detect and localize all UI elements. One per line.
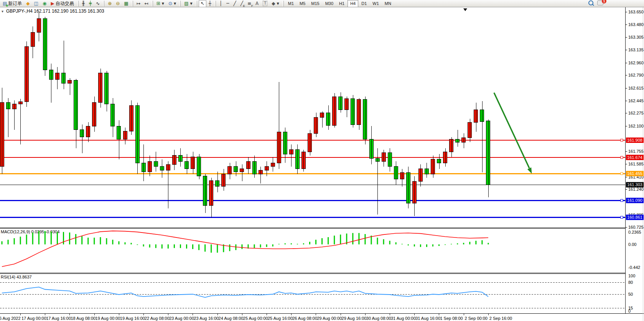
text-label-icon: T xyxy=(263,1,267,6)
channel-button[interactable]: ╱E xyxy=(239,0,245,7)
crosshair-icon: ┼ xyxy=(209,0,211,7)
line-handle[interactable] xyxy=(621,199,623,201)
candlestick-chart-icon: ╪ xyxy=(89,0,92,7)
macd-histogram-bar xyxy=(389,241,390,244)
macd-histogram-bar xyxy=(94,237,95,244)
dropdown-caret-icon[interactable]: ▼ xyxy=(174,2,176,5)
macd-histogram-bar xyxy=(106,238,107,244)
macd-histogram-bar xyxy=(112,240,113,244)
macd-histogram-bar xyxy=(204,244,206,252)
price-chart[interactable]: 163.650163.480163.305163.135162.960162.7… xyxy=(0,7,644,321)
macd-histogram-bar xyxy=(186,244,187,249)
terminal-button[interactable]: ◉ xyxy=(41,0,48,7)
toolbar-separator xyxy=(103,1,104,7)
chart-shift-button[interactable]: ↤ xyxy=(143,0,150,7)
macd-histogram-bar xyxy=(481,240,483,244)
vertical-line-icon: │ xyxy=(219,0,222,7)
zoom-in-button[interactable]: ⊕ xyxy=(106,0,114,7)
timeframe-m5[interactable]: M5 xyxy=(297,0,308,7)
timeframe-m30[interactable]: M30 xyxy=(323,0,336,7)
time-axis-label: 1 Sep 08:00 xyxy=(440,316,463,321)
macd-histogram-bar xyxy=(57,232,58,244)
chart-context-icon[interactable]: ▾ xyxy=(2,9,3,13)
period-icon: ⊙ xyxy=(168,0,172,7)
shapes-button[interactable]: ◆▼ xyxy=(270,0,281,7)
line-handle[interactable] xyxy=(621,139,623,141)
toolbar-separator xyxy=(152,1,153,7)
rsi-label: RSI(14) 43.8637 xyxy=(1,275,32,279)
trend-arrow-head[interactable] xyxy=(527,167,532,174)
macd-histogram-bar xyxy=(155,244,156,248)
macd-histogram-bar xyxy=(168,244,169,249)
auto-scroll-button[interactable]: ↦ xyxy=(135,0,142,7)
notifications-button[interactable]: 1 xyxy=(597,0,603,7)
line-handle[interactable] xyxy=(621,156,623,159)
time-axis-label: 30 Aug 08:00 xyxy=(366,316,391,321)
macd-histogram-bar xyxy=(438,244,440,246)
navigator-button[interactable]: ◫ xyxy=(32,0,40,7)
chart-surface[interactable]: 163.650163.480163.305163.135162.960162.7… xyxy=(0,7,644,321)
fibonacci-button[interactable]: ≡F xyxy=(245,0,253,7)
crosshair-button[interactable]: ┼ xyxy=(207,0,213,7)
fibonacci-icon: ≡F xyxy=(247,0,251,7)
level-price-tag-label: 161.090 xyxy=(627,198,642,203)
dropdown-caret-icon[interactable]: ▼ xyxy=(190,2,193,5)
price-axis-label: 163.135 xyxy=(628,47,644,52)
line-handle[interactable] xyxy=(621,216,623,218)
timeframe-h1[interactable]: H1 xyxy=(336,0,347,7)
horizontal-line-button[interactable]: ─ xyxy=(224,0,231,7)
macd-histogram-bar xyxy=(63,232,64,244)
timeframe-h4[interactable]: H4 xyxy=(348,0,358,7)
price-axis-label: 161.585 xyxy=(628,162,644,166)
trend-arrow-annotation[interactable] xyxy=(494,93,529,168)
bar-chart-button[interactable]: ╫ xyxy=(80,0,87,7)
label-button[interactable]: T xyxy=(261,0,269,7)
macd-histogram-bar xyxy=(414,244,415,246)
timeframe-d1[interactable]: D1 xyxy=(359,0,369,7)
timeframe-m1[interactable]: M1 xyxy=(285,0,296,7)
indicators-button[interactable]: ⊞▼ xyxy=(155,0,166,7)
shapes-icon: ◆ xyxy=(272,0,275,7)
dropdown-caret-icon[interactable]: ▼ xyxy=(277,2,279,5)
autotrading-button-label: 自动交易 xyxy=(56,0,74,7)
search-button[interactable] xyxy=(588,0,593,7)
new-order-button[interactable]: ▤+新订单 xyxy=(1,0,24,7)
trendline-button[interactable]: ╱ xyxy=(231,0,238,7)
macd-histogram-bar xyxy=(149,244,150,247)
tile-windows-button[interactable]: ▦ xyxy=(122,0,130,7)
timeframe-w1[interactable]: W1 xyxy=(370,0,382,7)
line-handle[interactable] xyxy=(621,172,623,175)
chart-shift-marker-icon[interactable] xyxy=(463,8,467,11)
dropdown-caret-icon[interactable]: ▼ xyxy=(162,2,164,5)
macd-histogram-bar xyxy=(334,236,335,244)
macd-histogram-bar xyxy=(297,244,298,244)
zoom-out-button[interactable]: ⊖ xyxy=(114,0,122,7)
level-price-tag-label: 160.861 xyxy=(627,215,642,219)
price-axis-label: 162.960 xyxy=(628,61,644,65)
timeframe-m15[interactable]: M15 xyxy=(308,0,322,7)
cursor-button[interactable]: ↖ xyxy=(199,0,206,7)
price-axis-label: 163.480 xyxy=(628,22,644,27)
line-chart-button[interactable]: ∿ xyxy=(94,0,102,7)
timeframe-mn[interactable]: MN xyxy=(382,0,394,7)
text-button[interactable]: A xyxy=(254,0,260,7)
macd-histogram-bar xyxy=(463,243,464,244)
chart-shift-icon: ↤ xyxy=(145,0,148,7)
autotrading-button[interactable]: ▶自动交易 xyxy=(49,0,76,7)
period-button[interactable]: ⊙▼ xyxy=(166,0,178,7)
level-price-tag-label: 161.674 xyxy=(627,155,642,160)
macd-histogram-bar xyxy=(161,244,163,249)
search-icon xyxy=(588,0,593,5)
candlestick-chart-button[interactable]: ╪ xyxy=(87,0,94,7)
macd-histogram-bar xyxy=(131,243,132,244)
macd-histogram-bar xyxy=(2,241,3,244)
zoom-in-icon: ⊕ xyxy=(108,0,112,7)
auto-scroll-icon: ↦ xyxy=(137,0,140,7)
macd-histogram-bar xyxy=(180,244,181,248)
macd-histogram-bar xyxy=(358,233,359,244)
market-watch-button[interactable]: ◆ xyxy=(24,0,31,7)
template-button[interactable]: ▧▼ xyxy=(182,0,194,7)
time-axis-label: 19 Aug 16:00 xyxy=(120,316,145,321)
current-price-tag-label: 161.303 xyxy=(627,182,642,187)
vertical-line-button[interactable]: │ xyxy=(217,0,224,7)
